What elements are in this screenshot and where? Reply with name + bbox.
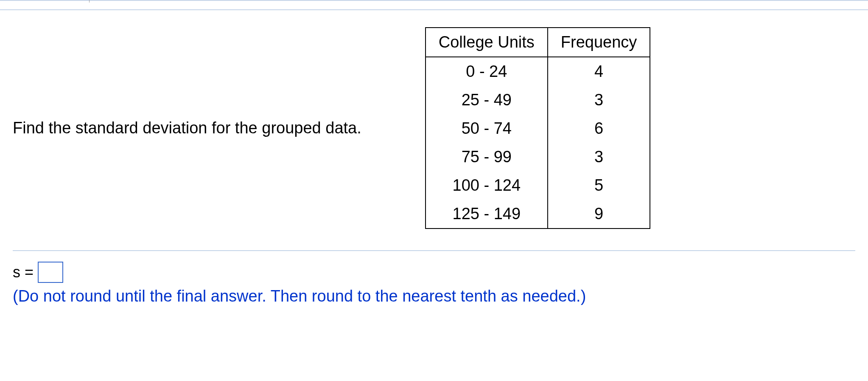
cell-freq: 3 bbox=[548, 86, 650, 114]
answer-line: s = bbox=[13, 262, 855, 283]
table-row: 25 - 49 3 bbox=[426, 86, 650, 114]
answer-label: s = bbox=[13, 263, 34, 281]
table-row: 75 - 99 3 bbox=[426, 143, 650, 171]
table-row: 50 - 74 6 bbox=[426, 114, 650, 143]
cell-range: 50 - 74 bbox=[426, 114, 548, 143]
cell-freq: 6 bbox=[548, 114, 650, 143]
cell-freq: 4 bbox=[548, 57, 650, 86]
question-text: Find the standard deviation for the grou… bbox=[13, 119, 361, 137]
cell-range: 0 - 24 bbox=[426, 57, 548, 86]
cell-freq: 3 bbox=[548, 143, 650, 171]
top-divider bbox=[0, 0, 868, 10]
cell-range: 125 - 149 bbox=[426, 200, 548, 229]
table-row: 0 - 24 4 bbox=[426, 57, 650, 86]
answer-section: s = (Do not round until the final answer… bbox=[0, 251, 868, 305]
cell-range: 100 - 124 bbox=[426, 171, 548, 200]
cell-freq: 5 bbox=[548, 171, 650, 200]
cell-range: 75 - 99 bbox=[426, 143, 548, 171]
table-row: 100 - 124 5 bbox=[426, 171, 650, 200]
table-row: 125 - 149 9 bbox=[426, 200, 650, 229]
question-area: Find the standard deviation for the grou… bbox=[0, 10, 868, 250]
table-header-row: College Units Frequency bbox=[426, 28, 650, 57]
frequency-table: College Units Frequency 0 - 24 4 25 - 49… bbox=[425, 27, 651, 229]
cell-freq: 9 bbox=[548, 200, 650, 229]
cell-range: 25 - 49 bbox=[426, 86, 548, 114]
header-college-units: College Units bbox=[426, 28, 548, 57]
answer-instruction: (Do not round until the final answer. Th… bbox=[13, 287, 855, 305]
header-frequency: Frequency bbox=[548, 28, 650, 57]
answer-input[interactable] bbox=[38, 262, 63, 283]
